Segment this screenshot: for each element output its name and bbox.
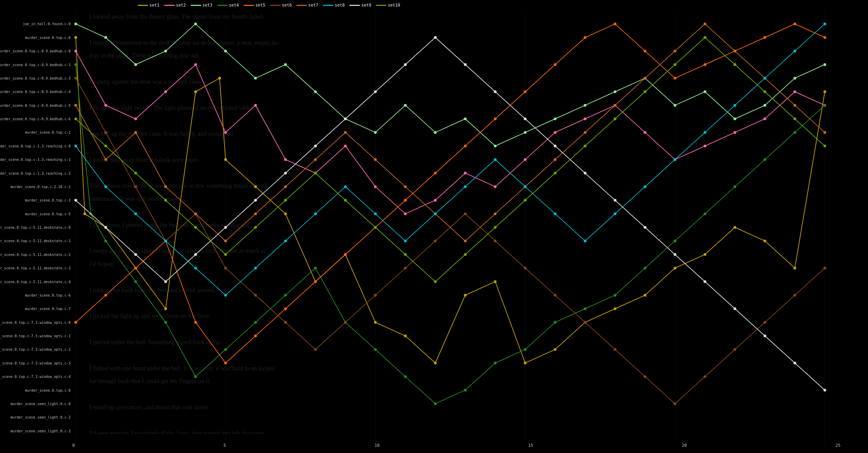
y-label-9: murder_scene.0.top.c-1.3.reaching.c-0: [0, 144, 71, 148]
series-dot-set7-7: [284, 185, 287, 188]
series-dot-set6-16: [554, 294, 556, 297]
y-label-10: murder_scene.0.top.c-1.3.reaching.c-1: [0, 158, 71, 162]
series-dot-set8-11: [404, 239, 407, 242]
series-line-set6: [76, 78, 825, 404]
series-dot-set5-5: [224, 362, 227, 364]
series-dot-set8-13: [464, 185, 467, 188]
series-dot-set6-7: [284, 321, 287, 324]
series-dot-set8-12: [434, 213, 437, 215]
series-dot-set7-17: [584, 131, 586, 134]
series-dot-set8-14: [494, 158, 496, 161]
series-dot-set5-9: [344, 253, 347, 256]
series-dot-set1-0: [74, 36, 77, 39]
series-dot-set1-4: [164, 307, 167, 310]
series-dot-set6-18: [614, 348, 616, 351]
series-dot-set6-17: [584, 321, 586, 324]
series-dot-set3-25: [824, 63, 826, 66]
series-dot-set1-22: [673, 267, 676, 269]
y-label-21: murder_scene.0.top.c-7: [25, 307, 71, 311]
y-label-13: murder_scene.0.top.c-3: [25, 198, 71, 202]
series-dot-set8-3: [164, 239, 167, 242]
series-dot-set8-18: [614, 213, 616, 215]
series-dot-set3-5: [224, 50, 227, 52]
series-dot-set3-0: [74, 22, 77, 25]
y-label-23: murder_scene.0.top.c-7.3.window_opts.c-1: [0, 334, 71, 338]
series-dot-set5-18: [614, 22, 616, 25]
series-dot-set2-15: [524, 158, 526, 161]
series-dot-set1-26: [793, 267, 796, 269]
series-dot-set2-9: [344, 145, 347, 147]
series-dot-set3-1: [104, 36, 107, 39]
series-dot-set5-20: [673, 77, 676, 80]
series-dot-set7-21: [703, 22, 706, 25]
series-dot-set4-2: [104, 239, 107, 242]
series-dot-set10-14: [494, 226, 496, 229]
series-dot-set10-22: [733, 63, 736, 66]
series-dot-set6-25: [824, 267, 826, 269]
series-dot-set8-21: [703, 131, 706, 134]
series-dot-set9-10: [374, 90, 377, 93]
y-label-29: murder_scene.seen_light.0.c-2: [10, 415, 71, 419]
series-dot-set8-1: [104, 185, 107, 188]
legend-item-set10: set10: [376, 3, 400, 8]
series-dot-set4-26: [824, 104, 826, 107]
series-dot-set10-2: [134, 172, 137, 175]
series-dot-set2-14: [494, 185, 496, 188]
series-dot-set3-13: [464, 117, 467, 120]
series-dot-set6-9: [344, 321, 347, 324]
series-dot-set10-20: [673, 63, 676, 66]
series-dot-set1-14: [434, 362, 437, 364]
series-dot-set3-2: [134, 63, 137, 66]
series-dot-set8-0: [74, 145, 77, 147]
series-dot-set3-21: [703, 90, 706, 93]
series-dot-set10-15: [524, 199, 526, 202]
series-dot-set9-25: [824, 389, 826, 392]
chart-legend: set1set2set3set4set5set6set7set8set9set1…: [138, 3, 400, 8]
legend-item-set1: set1: [138, 3, 159, 8]
series-dot-set4-8: [284, 294, 287, 297]
series-dot-set10-6: [254, 226, 257, 229]
series-dot-set3-6: [254, 77, 257, 80]
series-dot-set6-15: [524, 267, 526, 269]
series-dot-set9-4: [194, 253, 197, 256]
legend-item-set6: set6: [270, 3, 292, 8]
series-dot-set1-8: [254, 185, 257, 188]
series-dot-set5-19: [644, 50, 646, 52]
series-line-set2: [76, 51, 825, 214]
series-dot-set4-24: [763, 158, 766, 161]
series-dot-set9-18: [614, 199, 616, 202]
series-dot-set10-8: [314, 172, 317, 175]
series-dot-set8-8: [314, 213, 317, 215]
legend-item-set7: set7: [296, 3, 318, 8]
series-dot-set10-3: [164, 199, 167, 202]
series-dot-set6-11: [404, 267, 407, 269]
series-dot-set8-10: [374, 213, 377, 215]
main-chart: [72, 10, 861, 444]
series-dot-set4-4: [164, 321, 167, 324]
y-label-0: joe_in_hall.0.found.c-0: [23, 22, 71, 26]
series-dot-set1-12: [374, 321, 377, 324]
series-dot-set4-5: [194, 375, 197, 378]
series-dot-set3-4: [194, 22, 197, 25]
series-dot-set8-24: [793, 50, 796, 52]
series-dot-set2-13: [464, 172, 467, 175]
series-dot-set1-6: [218, 77, 221, 80]
series-dot-set2-16: [554, 131, 556, 134]
y-label-27: murder_scene.0.top.c-8: [25, 388, 71, 392]
series-dot-set3-24: [793, 77, 796, 80]
series-dot-set3-7: [284, 63, 287, 66]
series-dot-set4-6: [224, 348, 227, 351]
series-dot-set4-17: [554, 321, 556, 324]
y-axis-labels: joe_in_hall.0.found.c-0murder_scene.0.to…: [0, 10, 72, 444]
y-label-19: murder_scene.0.top.c-5.11.deskstate.c-4: [0, 280, 71, 284]
series-dot-set5-6: [254, 334, 257, 337]
series-dot-set1-17: [524, 362, 526, 364]
series-dot-set7-19: [644, 77, 646, 80]
series-dot-set5-21: [703, 63, 706, 66]
series-dot-set10-24: [793, 117, 796, 120]
series-dot-set9-15: [524, 117, 526, 120]
series-dot-set8-6: [254, 267, 257, 269]
series-dot-set10-11: [404, 253, 407, 256]
series-dot-set4-16: [524, 348, 526, 351]
series-dot-set6-21: [703, 375, 706, 378]
